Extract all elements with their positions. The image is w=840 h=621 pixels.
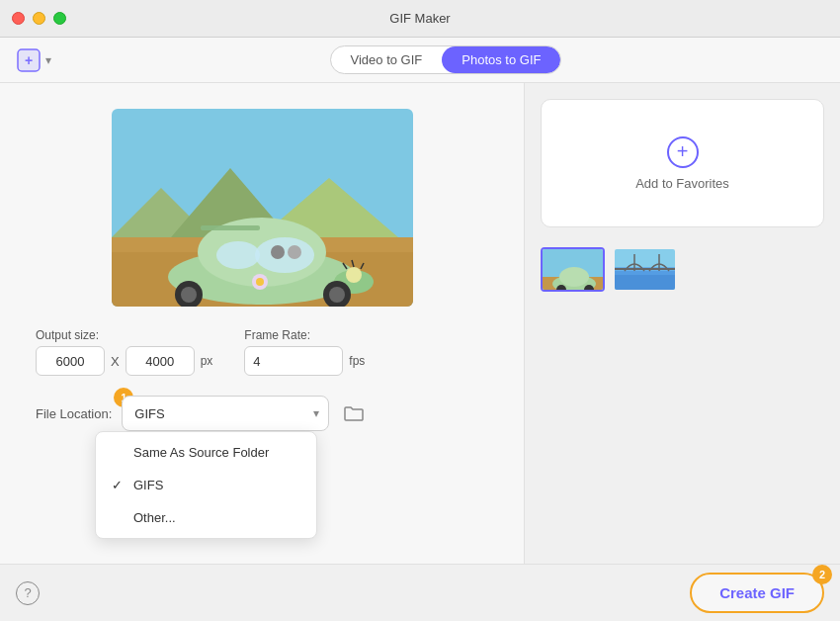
frame-rate-label: Frame Rate: xyxy=(244,328,365,342)
mode-switcher: Video to GIF Photos to GIF xyxy=(330,45,562,74)
app-title: GIF Maker xyxy=(389,11,450,26)
thumbnails-row xyxy=(541,243,824,296)
dropdown-item-gifs[interactable]: ✓ GIFS xyxy=(96,469,316,501)
photo-canvas-svg xyxy=(112,109,413,307)
dropdown-item-same-as-source[interactable]: Same As Source Folder xyxy=(96,436,316,469)
thumbnail-2-img xyxy=(615,249,677,292)
thumbnail-2[interactable] xyxy=(613,247,677,292)
maximize-button[interactable] xyxy=(53,12,66,25)
close-button[interactable] xyxy=(12,12,25,25)
bottom-bar: ? 2 Create GIF xyxy=(0,564,840,621)
thumbnail-1[interactable] xyxy=(541,247,605,292)
settings-row: Output size: X px Frame Rate: 4 8 xyxy=(16,316,508,388)
px-label: px xyxy=(201,354,213,368)
add-favorites-icon: + xyxy=(667,136,699,168)
dropdown-item-other[interactable]: Other... xyxy=(96,501,316,534)
dropdown-item-label-gifs: GIFS xyxy=(133,478,163,492)
dropdown-item-label-other: Other... xyxy=(133,510,176,525)
toolbar: + ▾ Video to GIF Photos to GIF xyxy=(0,38,840,83)
file-location-dropdown: Same As Source Folder ✓ GIFS Other... xyxy=(95,431,317,539)
video-to-gif-tab[interactable]: Video to GIF xyxy=(331,46,443,73)
add-favorites-label: Add to Favorites xyxy=(635,176,729,191)
svg-point-24 xyxy=(256,278,264,286)
import-icon: + xyxy=(16,47,42,73)
create-gif-button[interactable]: Create GIF xyxy=(690,573,824,613)
width-input[interactable] xyxy=(36,346,105,376)
step-2-badge: 2 xyxy=(812,565,832,584)
check-icon-gifs: ✓ xyxy=(112,478,126,492)
folder-browse-button[interactable] xyxy=(339,399,369,428)
svg-rect-13 xyxy=(201,225,260,230)
file-location-label: File Location: xyxy=(36,406,112,421)
file-location-wrapper: 1 Same As Source Folder GIFS Other... ▾ xyxy=(122,396,329,431)
fps-select[interactable]: 4 8 12 24 xyxy=(244,346,343,376)
import-chevron: ▾ xyxy=(45,53,51,67)
svg-point-25 xyxy=(271,245,285,259)
svg-point-15 xyxy=(346,267,362,283)
left-panel: Output size: X px Frame Rate: 4 8 xyxy=(0,83,524,564)
right-panel: + Add to Favorites xyxy=(524,83,840,564)
svg-text:+: + xyxy=(25,52,33,68)
file-location-row: File Location: 1 Same As Source Folder G… xyxy=(16,388,508,439)
height-input[interactable] xyxy=(126,346,195,376)
photos-to-gif-tab[interactable]: Photos to GIF xyxy=(442,46,560,73)
add-to-favorites-area[interactable]: + Add to Favorites xyxy=(541,99,824,227)
title-bar: GIF Maker xyxy=(0,0,840,38)
dropdown-item-label-same: Same As Source Folder xyxy=(133,445,269,460)
x-separator: X xyxy=(111,354,120,369)
folder-icon xyxy=(344,404,364,422)
window-controls xyxy=(12,12,66,25)
svg-point-30 xyxy=(559,267,589,287)
help-button[interactable]: ? xyxy=(16,581,40,605)
content-area: Output size: X px Frame Rate: 4 8 xyxy=(0,83,840,564)
file-location-select-wrapper: Same As Source Folder GIFS Other... ▾ xyxy=(122,396,329,431)
fps-select-wrapper: 4 8 12 24 fps xyxy=(244,346,365,376)
fps-group: Frame Rate: 4 8 12 24 fps xyxy=(244,328,365,376)
svg-point-20 xyxy=(329,287,345,303)
svg-point-22 xyxy=(181,287,197,303)
svg-point-26 xyxy=(288,245,301,259)
file-location-select[interactable]: Same As Source Folder GIFS Other... xyxy=(122,396,329,431)
svg-point-11 xyxy=(255,237,314,273)
output-size-inputs: X px xyxy=(36,346,212,376)
minimize-button[interactable] xyxy=(33,12,45,25)
fps-label: fps xyxy=(349,354,365,368)
output-size-label: Output size: xyxy=(36,328,212,342)
output-size-group: Output size: X px xyxy=(36,328,212,376)
thumbnail-1-img xyxy=(543,249,605,292)
app-container: + ▾ Video to GIF Photos to GIF xyxy=(0,38,840,621)
photo-preview xyxy=(112,109,413,307)
svg-point-12 xyxy=(216,241,260,269)
import-button[interactable]: + ▾ xyxy=(16,47,51,73)
create-gif-wrapper: 2 Create GIF xyxy=(690,573,824,613)
